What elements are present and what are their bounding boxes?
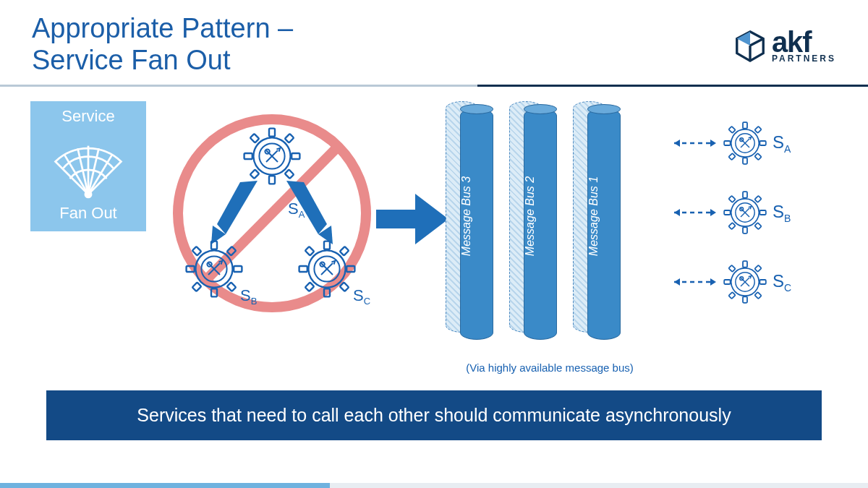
brand-logo: akf PARTNERS bbox=[733, 13, 836, 76]
double-arrow-icon bbox=[674, 138, 718, 148]
label-service-b: SB bbox=[240, 286, 257, 307]
message-bus-1: Message Bus 1 bbox=[573, 101, 625, 340]
double-arrow-icon bbox=[674, 207, 718, 218]
message-bus-3: Message Bus 3 bbox=[446, 101, 498, 340]
label-service-a: SA bbox=[288, 200, 305, 220]
service-row-b: SB bbox=[674, 178, 833, 247]
title-line-2: Service Fan Out bbox=[32, 45, 231, 75]
fan-card-bottom: Fan Out bbox=[35, 204, 142, 223]
message-bus-group: Message Bus 3 Message Bus 2 Message Bus … bbox=[446, 101, 634, 354]
anti-pattern-diagram: SA SB SC bbox=[163, 101, 380, 325]
slide-header: Appropriate Pattern – Service Fan Out ak… bbox=[0, 0, 868, 76]
cube-icon bbox=[733, 29, 767, 64]
slide-title: Appropriate Pattern – Service Fan Out bbox=[32, 13, 293, 76]
label-service-c: SC bbox=[773, 271, 791, 294]
label-service-b: SB bbox=[773, 202, 791, 224]
fan-card-top: Service bbox=[35, 107, 142, 126]
service-row-c: SC bbox=[674, 247, 833, 317]
gear-icon bbox=[298, 240, 356, 298]
fan-icon bbox=[48, 129, 128, 201]
gear-icon bbox=[723, 121, 767, 165]
message-bus-2: Message Bus 2 bbox=[509, 101, 561, 340]
gear-icon bbox=[185, 240, 243, 298]
right-service-stack: SA SB SC bbox=[674, 108, 833, 317]
service-row-a: SA bbox=[674, 108, 833, 178]
logo-brand-text: akf bbox=[772, 29, 836, 55]
svg-point-18 bbox=[85, 191, 93, 199]
gear-icon bbox=[723, 191, 767, 234]
title-line-1: Appropriate Pattern – bbox=[32, 13, 293, 43]
diagram-area: Service Fan Out bbox=[0, 87, 868, 419]
service-fan-out-card: Service Fan Out bbox=[30, 101, 146, 231]
bus-caption: (Via highly available message bus) bbox=[434, 361, 665, 374]
logo-tagline: PARTNERS bbox=[772, 55, 836, 63]
label-service-c: SC bbox=[353, 286, 370, 307]
summary-banner: Services that need to call each other sh… bbox=[46, 390, 822, 440]
label-service-a: SA bbox=[773, 132, 791, 155]
big-arrow-icon bbox=[376, 194, 448, 244]
gear-icon bbox=[243, 127, 301, 185]
gear-icon bbox=[723, 260, 767, 304]
footer-accent bbox=[0, 483, 868, 488]
double-arrow-icon bbox=[674, 277, 718, 287]
